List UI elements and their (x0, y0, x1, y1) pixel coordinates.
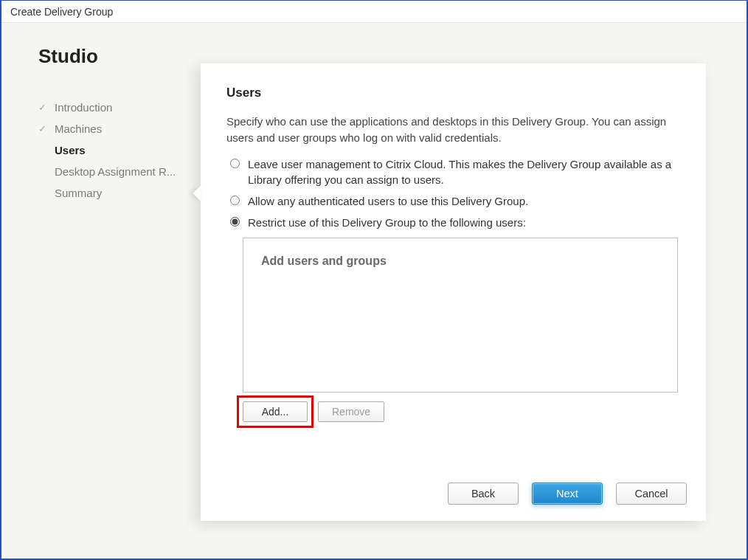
users-box-placeholder: Add users and groups (261, 255, 659, 268)
step-label: Summary (55, 187, 102, 199)
wizard-footer-buttons: Back Next Cancel (448, 483, 687, 505)
window-title: Create Delivery Group (1, 1, 747, 23)
option-any-authenticated[interactable]: Allow any authenticated users to use thi… (226, 193, 680, 209)
check-icon: ✓ (38, 123, 49, 134)
panel-notch (193, 186, 201, 201)
back-button[interactable]: Back (448, 483, 519, 505)
users-list-box[interactable]: Add users and groups (243, 238, 678, 393)
wizard-body: Studio ✓ Introduction ✓ Machines ✓ Users… (1, 23, 747, 559)
page-heading: Users (226, 86, 680, 100)
users-box-buttons: Add... Remove (243, 401, 680, 422)
page-description: Specify who can use the applications and… (226, 114, 669, 146)
radio-label: Allow any authenticated users to use thi… (248, 193, 528, 209)
step-label: Introduction (55, 101, 112, 114)
step-users[interactable]: ✓ Users (38, 144, 193, 156)
step-introduction[interactable]: ✓ Introduction (38, 101, 193, 114)
option-restrict[interactable]: Restrict use of this Delivery Group to t… (226, 215, 680, 230)
main-panel-wrap: Users Specify who can use the applicatio… (201, 63, 706, 559)
step-machines[interactable]: ✓ Machines (38, 122, 193, 135)
add-button[interactable]: Add... (243, 401, 308, 422)
step-label: Machines (55, 122, 102, 135)
next-button[interactable]: Next (532, 483, 603, 505)
radio-input[interactable] (230, 217, 240, 227)
step-label: Desktop Assignment R... (55, 165, 176, 178)
wizard-steps: ✓ Introduction ✓ Machines ✓ Users ✓ Desk… (38, 101, 193, 199)
radio-label: Leave user management to Citrix Cloud. T… (248, 156, 680, 187)
user-mode-radio-group: Leave user management to Citrix Cloud. T… (226, 156, 680, 230)
radio-label: Restrict use of this Delivery Group to t… (248, 215, 526, 230)
radio-input[interactable] (230, 159, 240, 168)
radio-input[interactable] (230, 196, 240, 205)
check-icon: ✓ (38, 102, 49, 113)
step-desktop-assignment[interactable]: ✓ Desktop Assignment R... (38, 165, 193, 178)
cancel-button[interactable]: Cancel (616, 483, 687, 505)
main-panel: Users Specify who can use the applicatio… (201, 63, 706, 521)
studio-title: Studio (38, 45, 193, 68)
step-summary[interactable]: ✓ Summary (38, 187, 193, 199)
option-citrix-cloud[interactable]: Leave user management to Citrix Cloud. T… (226, 156, 680, 187)
step-label: Users (55, 144, 86, 156)
remove-button[interactable]: Remove (318, 401, 384, 422)
sidebar: Studio ✓ Introduction ✓ Machines ✓ Users… (1, 23, 193, 559)
